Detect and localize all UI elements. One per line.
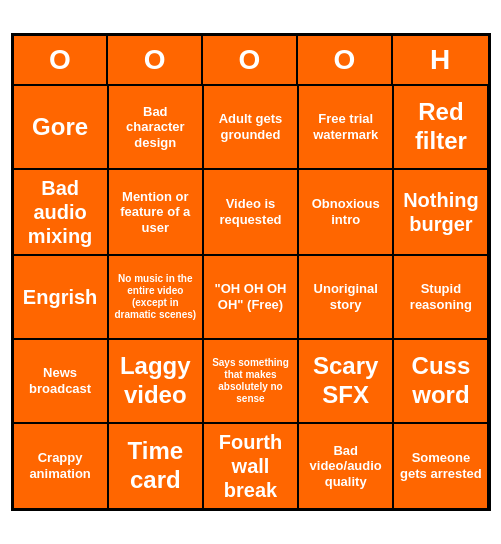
bingo-cell-6[interactable]: Mention or feature of a user	[109, 170, 202, 254]
bingo-cell-21[interactable]: Time card	[109, 424, 202, 508]
bingo-card: OOOOH GoreBad character designAdult gets…	[11, 33, 491, 511]
bingo-cell-14[interactable]: Stupid reasoning	[394, 256, 487, 338]
bingo-grid: GoreBad character designAdult gets groun…	[14, 86, 488, 508]
header-letter-0: O	[14, 36, 109, 86]
bingo-cell-19[interactable]: Cuss word	[394, 340, 487, 422]
bingo-cell-15[interactable]: News broadcast	[14, 340, 107, 422]
bingo-cell-7[interactable]: Video is requested	[204, 170, 297, 254]
bingo-cell-9[interactable]: Nothing burger	[394, 170, 487, 254]
bingo-cell-20[interactable]: Crappy animation	[14, 424, 107, 508]
bingo-cell-0[interactable]: Gore	[14, 86, 107, 168]
bingo-cell-24[interactable]: Someone gets arrested	[394, 424, 487, 508]
bingo-cell-2[interactable]: Adult gets grounded	[204, 86, 297, 168]
bingo-cell-10[interactable]: Engrish	[14, 256, 107, 338]
bingo-cell-17[interactable]: Says something that makes absolutely no …	[204, 340, 297, 422]
bingo-cell-8[interactable]: Obnoxious intro	[299, 170, 392, 254]
bingo-cell-18[interactable]: Scary SFX	[299, 340, 392, 422]
bingo-cell-3[interactable]: Free trial watermark	[299, 86, 392, 168]
header-row: OOOOH	[14, 36, 488, 86]
header-letter-1: O	[108, 36, 203, 86]
bingo-cell-22[interactable]: Fourth wall break	[204, 424, 297, 508]
bingo-cell-16[interactable]: Laggy video	[109, 340, 202, 422]
bingo-cell-4[interactable]: Red filter	[394, 86, 487, 168]
bingo-cell-1[interactable]: Bad character design	[109, 86, 202, 168]
bingo-cell-23[interactable]: Bad video/audio quality	[299, 424, 392, 508]
bingo-cell-12[interactable]: "OH OH OH OH" (Free)	[204, 256, 297, 338]
header-letter-4: H	[393, 36, 488, 86]
header-letter-2: O	[203, 36, 298, 86]
bingo-cell-5[interactable]: Bad audio mixing	[14, 170, 107, 254]
bingo-cell-13[interactable]: Unoriginal story	[299, 256, 392, 338]
bingo-cell-11[interactable]: No music in the entire video (except in …	[109, 256, 202, 338]
header-letter-3: O	[298, 36, 393, 86]
